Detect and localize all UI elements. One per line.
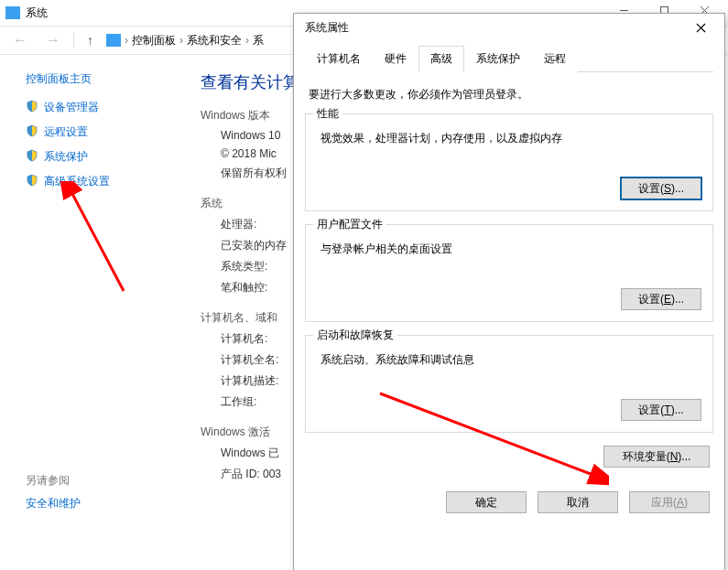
section-computer-name: 计算机名、域和 bbox=[201, 310, 299, 326]
shield-icon bbox=[26, 100, 38, 115]
breadcrumb[interactable]: › 控制面板 › 系统和安全 › 系 bbox=[106, 33, 264, 48]
sidebar-item-label: 系统保护 bbox=[44, 149, 88, 165]
group-startup-recovery: 启动和故障恢复 系统启动、系统故障和调试信息 设置(T)... bbox=[305, 335, 713, 433]
tabs: 计算机名 硬件 高级 系统保护 远程 bbox=[305, 45, 713, 72]
cpu-label: 处理器: bbox=[221, 217, 299, 232]
nav-separator bbox=[73, 32, 74, 48]
ram-label: 已安装的内存 bbox=[221, 238, 299, 253]
shield-icon bbox=[26, 149, 38, 165]
section-system: 系统 bbox=[201, 196, 299, 211]
section-activation: Windows 激活 bbox=[201, 425, 299, 440]
chevron-right-icon: › bbox=[245, 34, 249, 47]
admin-note: 要进行大多数更改，你必须作为管理员登录。 bbox=[309, 87, 710, 102]
chevron-right-icon: › bbox=[125, 34, 128, 47]
section-windows-edition: Windows 版本 bbox=[201, 108, 299, 124]
computer-fullname-label: 计算机全名: bbox=[221, 352, 299, 368]
close-icon bbox=[696, 23, 706, 33]
shield-icon bbox=[26, 124, 38, 140]
sidebar: 控制面板主页 设备管理器 远程设置 系统保护 高级系统设置 另请参阅 安全和维护 bbox=[0, 55, 179, 570]
system-app-icon bbox=[5, 6, 20, 19]
see-also-title: 另请参阅 bbox=[26, 473, 179, 489]
sidebar-item-label: 高级系统设置 bbox=[44, 174, 110, 189]
group-desc: 系统启动、系统故障和调试信息 bbox=[321, 352, 701, 368]
breadcrumb-item[interactable]: 系 bbox=[253, 33, 264, 48]
tab-remote[interactable]: 远程 bbox=[532, 46, 578, 72]
page-heading: 查看有关计算 bbox=[201, 71, 299, 93]
breadcrumb-item[interactable]: 系统和安全 bbox=[187, 33, 242, 48]
apply-button[interactable]: 应用(A) bbox=[629, 491, 710, 513]
tab-advanced[interactable]: 高级 bbox=[418, 46, 464, 72]
activation-status: Windows 已 bbox=[221, 446, 299, 461]
ok-button[interactable]: 确定 bbox=[446, 491, 527, 513]
os-name: Windows 10 bbox=[221, 129, 299, 142]
copyright-line2: 保留所有权利 bbox=[221, 166, 299, 181]
cancel-button[interactable]: 取消 bbox=[538, 491, 618, 513]
system-properties-dialog: 系统属性 计算机名 硬件 高级 系统保护 远程 要进行大多数更改，你必须作为管理… bbox=[293, 13, 725, 570]
dialog-close-button[interactable] bbox=[684, 17, 717, 38]
chevron-right-icon: › bbox=[179, 34, 183, 47]
dialog-footer: 确定 取消 应用(A) bbox=[305, 491, 713, 513]
sidebar-item-label: 设备管理器 bbox=[44, 100, 99, 115]
sidebar-home-link[interactable]: 控制面板主页 bbox=[26, 71, 179, 87]
sidebar-item-label: 远程设置 bbox=[44, 124, 88, 140]
environment-variables-button[interactable]: 环境变量(N)... bbox=[603, 446, 710, 468]
nav-up-icon[interactable]: ↑ bbox=[81, 31, 99, 49]
breadcrumb-item[interactable]: 控制面板 bbox=[132, 33, 176, 48]
tab-system-protection[interactable]: 系统保护 bbox=[464, 46, 532, 72]
pentouch-label: 笔和触控: bbox=[221, 280, 299, 296]
sidebar-item-system-protection[interactable]: 系统保护 bbox=[26, 149, 179, 165]
sidebar-item-device-manager[interactable]: 设备管理器 bbox=[26, 100, 179, 115]
sidebar-item-advanced-system-settings[interactable]: 高级系统设置 bbox=[26, 174, 179, 189]
systype-label: 系统类型: bbox=[221, 259, 299, 274]
back-window-title: 系统 bbox=[26, 5, 48, 21]
nav-back-icon[interactable]: ← bbox=[7, 30, 33, 50]
copyright-line1: © 2018 Mic bbox=[221, 147, 299, 160]
breadcrumb-root-icon bbox=[106, 34, 121, 47]
tab-hardware[interactable]: 硬件 bbox=[373, 46, 418, 72]
computer-name-label: 计算机名: bbox=[221, 331, 299, 347]
startup-recovery-settings-button[interactable]: 设置(T)... bbox=[621, 399, 701, 421]
group-legend: 用户配置文件 bbox=[313, 217, 386, 232]
group-user-profiles: 用户配置文件 与登录帐户相关的桌面设置 设置(E)... bbox=[305, 224, 713, 322]
dialog-title: 系统属性 bbox=[305, 20, 349, 36]
tab-computer-name[interactable]: 计算机名 bbox=[305, 46, 373, 72]
group-desc: 视觉效果，处理器计划，内存使用，以及虚拟内存 bbox=[321, 131, 701, 146]
sidebar-item-remote-settings[interactable]: 远程设置 bbox=[26, 124, 179, 140]
group-legend: 启动和故障恢复 bbox=[313, 328, 397, 343]
group-legend: 性能 bbox=[313, 106, 342, 122]
dialog-titlebar: 系统属性 bbox=[294, 14, 724, 41]
nav-forward-icon[interactable]: → bbox=[40, 30, 66, 50]
performance-settings-button[interactable]: 设置(S)... bbox=[621, 177, 701, 199]
group-performance: 性能 视觉效果，处理器计划，内存使用，以及虚拟内存 设置(S)... bbox=[305, 113, 713, 211]
user-profiles-settings-button[interactable]: 设置(E)... bbox=[621, 288, 701, 310]
product-id: 产品 ID: 003 bbox=[221, 467, 299, 482]
main-content: 查看有关计算 Windows 版本 Windows 10 © 2018 Mic … bbox=[179, 55, 299, 570]
computer-desc-label: 计算机描述: bbox=[221, 373, 299, 389]
see-also-link[interactable]: 安全和维护 bbox=[26, 496, 179, 511]
workgroup-label: 工作组: bbox=[221, 394, 299, 410]
group-desc: 与登录帐户相关的桌面设置 bbox=[321, 242, 701, 257]
shield-icon bbox=[26, 174, 38, 189]
